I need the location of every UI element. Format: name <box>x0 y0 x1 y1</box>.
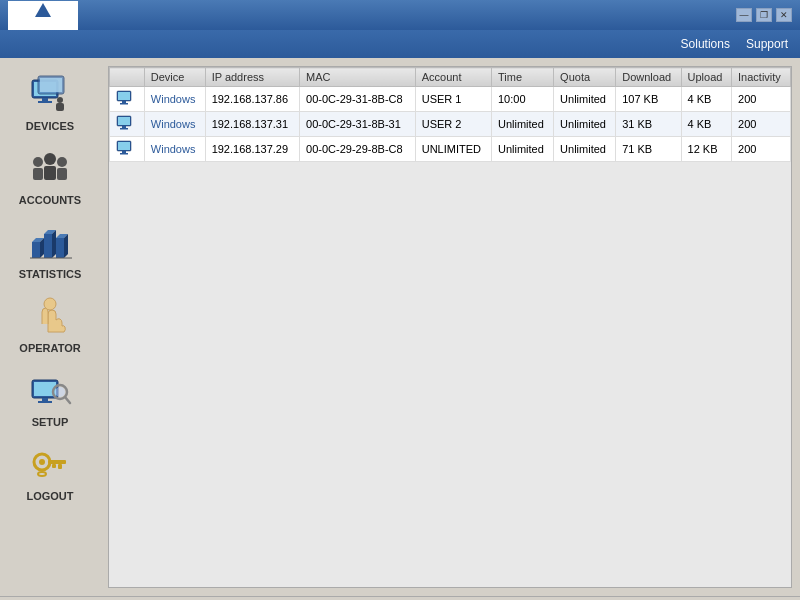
row-time: 10:00 <box>491 87 553 112</box>
sidebar-item-operator[interactable]: OPERATOR <box>5 288 95 358</box>
row-mac: 00-0C-29-31-8B-C8 <box>300 87 416 112</box>
row-inactivity: 200 <box>732 137 791 162</box>
logo-triangle <box>35 3 51 17</box>
svg-rect-41 <box>120 103 128 105</box>
svg-rect-27 <box>42 398 48 401</box>
titlebar: ANTAMEDIA — ❐ ✕ <box>0 0 800 30</box>
row-ip: 192.168.137.86 <box>205 87 299 112</box>
sidebar-item-statistics[interactable]: STATISTICS <box>5 214 95 284</box>
sidebar-item-accounts-label: ACCOUNTS <box>19 194 81 206</box>
setup-icon <box>26 366 74 414</box>
svg-rect-47 <box>118 142 130 150</box>
row-account: UNLIMITED <box>415 137 491 162</box>
sidebar-item-setup-label: SETUP <box>32 416 69 428</box>
svg-rect-44 <box>122 126 126 128</box>
col-quota: Quota <box>554 68 616 87</box>
sidebar-item-operator-label: OPERATOR <box>19 342 80 354</box>
titlebar-left: ANTAMEDIA <box>8 1 78 30</box>
svg-rect-3 <box>38 101 52 103</box>
svg-rect-7 <box>56 103 64 111</box>
svg-rect-40 <box>122 101 126 103</box>
table-header-row: Device IP address MAC Account Time Quota… <box>110 68 791 87</box>
svg-rect-9 <box>33 168 43 180</box>
svg-point-33 <box>39 459 45 465</box>
row-download: 107 KB <box>616 87 681 112</box>
row-mac: 00-0C-29-29-8B-C8 <box>300 137 416 162</box>
col-upload: Upload <box>681 68 732 87</box>
row-icon <box>110 112 145 137</box>
table-row[interactable]: Windows192.168.137.2900-0C-29-29-8B-C8UN… <box>110 137 791 162</box>
row-quota: Unlimited <box>554 137 616 162</box>
svg-rect-36 <box>52 464 56 468</box>
row-mac: 00-0C-29-31-8B-31 <box>300 112 416 137</box>
sidebar-item-logout-label: LOGOUT <box>26 490 73 502</box>
svg-point-24 <box>44 298 56 310</box>
main-container: DEVICES ACCOUNTS <box>0 58 800 596</box>
svg-rect-49 <box>120 153 128 155</box>
sidebar: DEVICES ACCOUNTS <box>0 58 100 596</box>
row-time: Unlimited <box>491 112 553 137</box>
svg-rect-43 <box>118 117 130 125</box>
logo: ANTAMEDIA <box>8 1 78 30</box>
row-icon <box>110 137 145 162</box>
solutions-link[interactable]: Solutions <box>681 37 730 51</box>
svg-rect-34 <box>48 460 66 464</box>
statusbar: Accounts 5 Online 1 Download 107 KB Uplo… <box>0 596 800 600</box>
row-icon <box>110 87 145 112</box>
col-ip: IP address <box>205 68 299 87</box>
row-inactivity: 200 <box>732 112 791 137</box>
svg-point-37 <box>38 472 46 476</box>
logout-icon <box>26 440 74 488</box>
svg-rect-39 <box>118 92 130 100</box>
svg-rect-11 <box>44 166 56 180</box>
statistics-icon <box>26 218 74 266</box>
col-time: Time <box>491 68 553 87</box>
svg-point-6 <box>57 97 63 103</box>
table-row[interactable]: Windows192.168.137.3100-0C-29-31-8B-31US… <box>110 112 791 137</box>
row-upload: 4 KB <box>681 112 732 137</box>
svg-marker-19 <box>52 230 56 258</box>
sidebar-item-statistics-label: STATISTICS <box>19 268 82 280</box>
svg-rect-5 <box>40 78 62 92</box>
svg-rect-17 <box>44 234 52 258</box>
svg-marker-22 <box>64 234 68 258</box>
col-mac: MAC <box>300 68 416 87</box>
minimize-button[interactable]: — <box>736 8 752 22</box>
svg-rect-35 <box>58 464 62 469</box>
row-ip: 192.168.137.29 <box>205 137 299 162</box>
navbar: Solutions Support <box>0 30 800 58</box>
titlebar-controls: — ❐ ✕ <box>736 8 792 22</box>
svg-rect-45 <box>120 128 128 130</box>
close-button[interactable]: ✕ <box>776 8 792 22</box>
row-upload: 12 KB <box>681 137 732 162</box>
svg-rect-28 <box>38 401 52 403</box>
svg-line-31 <box>65 397 70 403</box>
sidebar-item-devices[interactable]: DEVICES <box>5 66 95 136</box>
devices-table: Device IP address MAC Account Time Quota… <box>109 67 791 162</box>
sidebar-item-accounts[interactable]: ACCOUNTS <box>5 140 95 210</box>
svg-point-10 <box>44 153 56 165</box>
row-account: USER 2 <box>415 112 491 137</box>
col-download: Download <box>616 68 681 87</box>
logo-text: ANTAMEDIA <box>12 18 74 28</box>
sidebar-item-setup[interactable]: SETUP <box>5 362 95 432</box>
table-row[interactable]: Windows192.168.137.8600-0C-29-31-8B-C8US… <box>110 87 791 112</box>
row-account: USER 1 <box>415 87 491 112</box>
support-link[interactable]: Support <box>746 37 788 51</box>
col-inactivity: Inactivity <box>732 68 791 87</box>
sidebar-item-logout[interactable]: LOGOUT <box>5 436 95 506</box>
svg-rect-48 <box>122 151 126 153</box>
col-device-type: Device <box>144 68 205 87</box>
row-upload: 4 KB <box>681 87 732 112</box>
row-quota: Unlimited <box>554 112 616 137</box>
col-account: Account <box>415 68 491 87</box>
restore-button[interactable]: ❐ <box>756 8 772 22</box>
svg-point-30 <box>55 387 65 397</box>
row-ip: 192.168.137.31 <box>205 112 299 137</box>
row-quota: Unlimited <box>554 87 616 112</box>
content-area: Device IP address MAC Account Time Quota… <box>108 66 792 588</box>
row-download: 31 KB <box>616 112 681 137</box>
svg-rect-14 <box>32 242 40 258</box>
row-time: Unlimited <box>491 137 553 162</box>
svg-rect-20 <box>56 238 64 258</box>
